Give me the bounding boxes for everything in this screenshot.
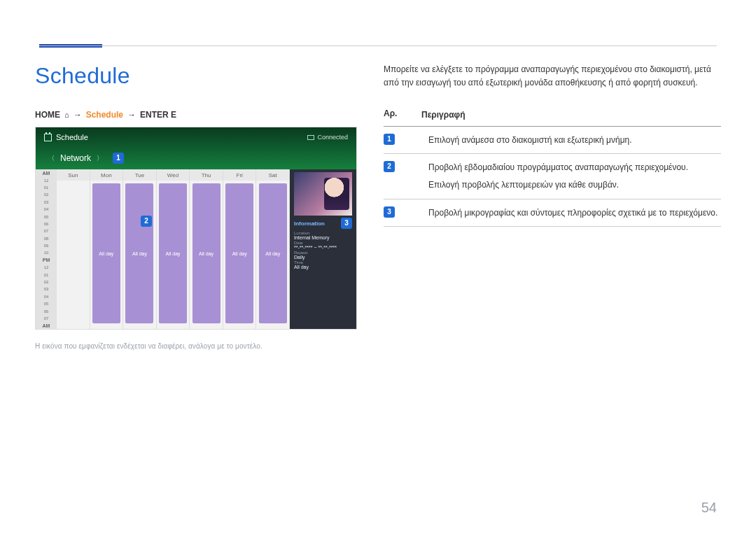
col-tue: All day (123, 181, 157, 330)
crumb-arrow2: → (127, 110, 136, 120)
day-sat: Sat (256, 169, 290, 181)
head-num: Αρ. (384, 108, 421, 122)
event: All day (259, 183, 287, 323)
calendar-grid: AM 1201020304050607080910 PM 12010203040… (36, 169, 356, 330)
day-wed: Wed (157, 169, 190, 181)
right-column: Μπορείτε να ελέγξετε το πρόγραμμα αναπαρ… (384, 63, 721, 350)
event: All day (125, 183, 153, 323)
row-num-2: 2 (384, 161, 395, 172)
network-label: Network (60, 153, 91, 163)
crumb-schedule: Schedule (86, 110, 123, 120)
info-time-value: All day (294, 265, 352, 269)
page-title: Schedule (35, 63, 357, 89)
row-num-1: 1 (384, 134, 395, 145)
screenshot-title: Schedule (56, 133, 88, 141)
col-mon: All day (90, 181, 124, 330)
col-sat: All day (256, 181, 290, 330)
network-bar: 〈 Network 〉 1 (36, 147, 356, 169)
callout-3: 3 (341, 218, 352, 229)
screenshot-caption: Η εικόνα που εμφανίζεται ενδέχεται να δι… (35, 342, 357, 350)
week-header: Sun Mon Tue Wed Thu Fri Sat (57, 169, 290, 181)
week-view: Sun Mon Tue Wed Thu Fri Sat All day All … (57, 169, 290, 330)
week-body: All day All day All day All day All day … (57, 181, 290, 330)
info-date-value: **-**-**** ~ **-**-**** (294, 245, 352, 250)
col-wed: All day (157, 181, 190, 330)
connected-label: Connected (317, 134, 348, 141)
page-number: 54 (701, 500, 717, 516)
table-header: Αρ. Περιγραφή (384, 104, 721, 127)
screenshot-titlebar: Schedule Connected (36, 127, 356, 147)
chevron-left-icon: 〈 (48, 154, 55, 163)
row-desc-1-p1: Επιλογή ανάμεσα στο διακομιστή και εξωτε… (428, 134, 721, 147)
schedule-screenshot: Schedule Connected 〈 Network 〉 1 AM (35, 127, 357, 330)
table-row: 3 Προβολή μικρογραφίας και σύντομες πληρ… (384, 199, 721, 227)
table-row: 2 Προβολή εβδομαδιαίου προγράμματος αναπ… (384, 154, 721, 199)
home-icon: ⌂ (64, 111, 69, 119)
row-desc-3-p1: Προβολή μικρογραφίας και σύντομες πληροφ… (428, 206, 721, 220)
day-thu: Thu (190, 169, 223, 181)
chevron-right-icon: 〉 (97, 154, 103, 163)
header-rule (39, 45, 717, 46)
row-desc-2-p1: Προβολή εβδομαδιαίου προγράμματος αναπαρ… (428, 161, 721, 174)
page: Schedule HOME ⌂ → Schedule → ENTER E Sch… (0, 0, 756, 534)
day-mon: Mon (90, 169, 124, 181)
day-sun: Sun (57, 169, 90, 181)
content-thumbnail (294, 172, 352, 216)
callout-2: 2 (141, 216, 152, 227)
description-table: Αρ. Περιγραφή 1 Επιλογή ανάμεσα στο διακ… (384, 104, 721, 227)
col-fri: All day (223, 181, 257, 330)
row-desc-2-p2: Επιλογή προβολής λεπτομερειών για κάθε σ… (428, 178, 721, 192)
crumb-arrow: → (74, 110, 82, 120)
time-am2: AM (43, 322, 50, 329)
head-desc: Περιγραφή (421, 108, 721, 122)
col-sun (57, 181, 90, 330)
time-am: AM (43, 169, 50, 176)
event: All day (192, 183, 220, 323)
day-tue: Tue (123, 169, 157, 181)
event: All day (225, 183, 253, 323)
connected-indicator: Connected (307, 134, 348, 141)
info-location-value: Internal Memory (294, 235, 352, 240)
info-repeat-value: Daily (294, 255, 352, 260)
col-thu: All day (190, 181, 223, 330)
info-panel: Information 3 Location Internal Memory D… (290, 169, 356, 330)
content-columns: Schedule HOME ⌂ → Schedule → ENTER E Sch… (35, 63, 721, 350)
device-icon (307, 135, 314, 140)
calendar-icon (44, 134, 52, 141)
event: All day (159, 183, 187, 323)
time-column: AM 1201020304050607080910 PM 12010203040… (36, 169, 57, 330)
day-fri: Fri (223, 169, 257, 181)
row-num-3: 3 (384, 206, 395, 218)
time-pm: PM (43, 257, 50, 264)
intro-text: Μπορείτε να ελέγξετε το πρόγραμμα αναπαρ… (384, 63, 721, 89)
crumb-home: HOME (35, 110, 60, 120)
event: All day (92, 183, 120, 323)
titlebar-left: Schedule (44, 133, 88, 141)
info-title: Information (294, 220, 325, 227)
callout-1: 1 (113, 153, 124, 164)
crumb-enter: ENTER E (140, 110, 176, 120)
left-column: Schedule HOME ⌂ → Schedule → ENTER E Sch… (35, 63, 357, 350)
table-row: 1 Επιλογή ανάμεσα στο διακομιστή και εξω… (384, 127, 721, 155)
breadcrumb: HOME ⌂ → Schedule → ENTER E (35, 110, 357, 120)
